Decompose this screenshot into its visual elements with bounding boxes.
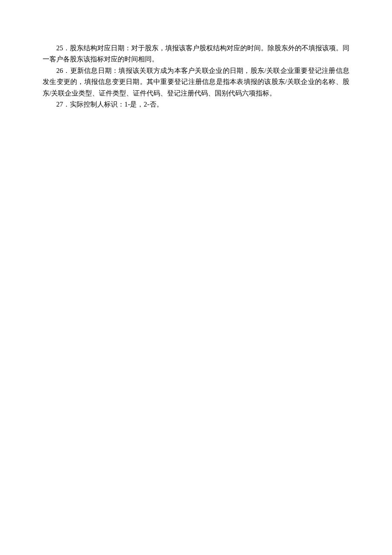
paragraph-25: 25．股东结构对应日期：对于股东，填报该客户股权结构对应的时间。除股东外的不填报… bbox=[43, 43, 349, 65]
paragraph-27: 27．实际控制人标识：1-是，2-否。 bbox=[43, 99, 349, 110]
paragraph-26: 26．更新信息日期：填报该关联方成为本客户关联企业的日期，股东/关联企业重要登记… bbox=[43, 65, 349, 99]
document-body: 25．股东结构对应日期：对于股东，填报该客户股权结构对应的时间。除股东外的不填报… bbox=[43, 43, 349, 110]
